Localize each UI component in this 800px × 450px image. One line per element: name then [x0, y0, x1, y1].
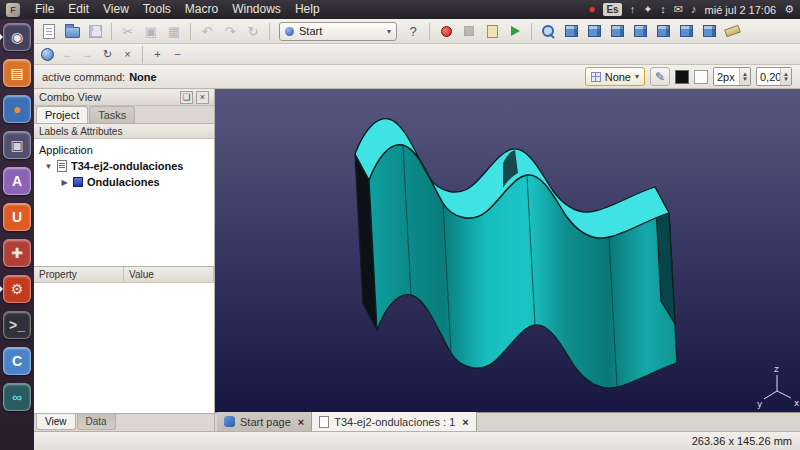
menu-file[interactable]: File: [28, 0, 61, 19]
text-scale-spinbox[interactable]: 0,20 ▲▼: [756, 67, 792, 86]
menu-edit[interactable]: Edit: [61, 0, 96, 19]
3d-viewport[interactable]: z y x Start page × T34-ej2-ondulaciones …: [215, 89, 800, 431]
expander-closed-icon[interactable]: ▶: [60, 178, 69, 187]
menu-tools[interactable]: Tools: [136, 0, 178, 19]
set-style-button[interactable]: ✎: [650, 67, 670, 86]
cube-left-icon: [703, 25, 716, 37]
start-page-icon: [224, 416, 235, 427]
face-color-swatch[interactable]: [694, 70, 708, 84]
launcher-item-freecad[interactable]: ⚙: [0, 274, 34, 304]
sync-icon[interactable]: ↑: [630, 0, 636, 19]
firefox-icon: ●: [3, 95, 31, 123]
view-top-button[interactable]: [606, 21, 628, 42]
chromium-icon: C: [3, 347, 31, 375]
property-column-header: Property: [34, 267, 124, 282]
menu-view[interactable]: View: [96, 0, 136, 19]
save-button[interactable]: [84, 21, 106, 42]
undock-button[interactable]: ❏: [180, 91, 193, 104]
launcher-item-ubuntu-one[interactable]: U: [0, 202, 34, 232]
tree-item-feature[interactable]: ▶ Ondulaciones: [34, 174, 214, 190]
whats-this-button[interactable]: ?: [402, 21, 424, 42]
volume-icon[interactable]: ♪: [691, 0, 697, 19]
view-axonometric-button[interactable]: [560, 21, 582, 42]
menu-help[interactable]: Help: [288, 0, 327, 19]
launcher-item-dash[interactable]: ◉: [0, 22, 34, 52]
keyboard-layout-indicator[interactable]: Es: [603, 3, 621, 16]
copy-button[interactable]: ▣: [140, 21, 162, 42]
fit-all-button[interactable]: [537, 21, 559, 42]
cut-button[interactable]: ✂: [117, 21, 139, 42]
zoom-out-button[interactable]: −: [168, 46, 187, 63]
redo-button[interactable]: ↷: [219, 21, 241, 42]
undo-button[interactable]: ↶: [196, 21, 218, 42]
tab-data-properties[interactable]: Data: [77, 414, 116, 430]
line-width-value: 2px: [717, 71, 739, 83]
active-command-label: active command:: [42, 71, 125, 83]
tree-item-document[interactable]: ▼ T34-ej2-ondulaciones: [34, 158, 214, 174]
launcher-item-firefox[interactable]: ●: [0, 94, 34, 124]
new-document-button[interactable]: [38, 21, 60, 42]
layer-button[interactable]: None ▾: [585, 67, 645, 86]
combo-view-titlebar[interactable]: Combo View ❏ ×: [34, 89, 214, 106]
launcher-item-files[interactable]: ▤: [0, 58, 34, 88]
menu-windows[interactable]: Windows: [225, 0, 288, 19]
tab-tasks[interactable]: Tasks: [89, 106, 135, 123]
tree-item-application[interactable]: Application: [34, 142, 214, 158]
open-document-button[interactable]: [61, 21, 83, 42]
save-icon: [89, 25, 102, 38]
launcher-item-libreoffice[interactable]: A: [0, 166, 34, 196]
launcher-item-terminal[interactable]: >_: [0, 310, 34, 340]
bluetooth-icon[interactable]: ✦: [643, 0, 652, 19]
view-bottom-button[interactable]: [675, 21, 697, 42]
macro-stop-button[interactable]: [458, 21, 480, 42]
close-tab-icon[interactable]: ×: [298, 416, 304, 428]
spinner-arrows-icon[interactable]: ▲▼: [780, 68, 791, 85]
workbench-selector[interactable]: Start ▾: [279, 22, 397, 41]
line-width-spinbox[interactable]: 2px ▲▼: [713, 67, 751, 86]
measure-button[interactable]: [721, 21, 743, 42]
view-rear-button[interactable]: [652, 21, 674, 42]
view-left-button[interactable]: [698, 21, 720, 42]
tab-start-page[interactable]: Start page ×: [217, 412, 312, 431]
refresh-button[interactable]: ↻: [242, 21, 264, 42]
files-icon: ▤: [3, 59, 31, 87]
macro-record-button[interactable]: [435, 21, 457, 42]
close-panel-button[interactable]: ×: [196, 91, 209, 104]
recording-indicator-icon[interactable]: ●: [588, 0, 595, 19]
mail-icon[interactable]: ✉: [674, 0, 683, 19]
zoom-in-button[interactable]: +: [148, 46, 167, 63]
launcher-item-chromium[interactable]: C: [0, 346, 34, 376]
view-front-button[interactable]: [583, 21, 605, 42]
close-tab-icon[interactable]: ×: [462, 416, 468, 428]
clock[interactable]: mié jul 2 17:06: [705, 4, 777, 16]
launcher-item-media[interactable]: ▣: [0, 130, 34, 160]
nav-stop-button[interactable]: ×: [118, 46, 137, 63]
axis-y-label: y: [757, 399, 763, 409]
3d-scene[interactable]: z y x: [215, 89, 800, 431]
view-right-button[interactable]: [629, 21, 651, 42]
nav-back-button[interactable]: ←: [58, 46, 77, 63]
tab-view-properties[interactable]: View: [36, 414, 76, 430]
desktop: F File Edit View Tools Macro Windows Hel…: [0, 0, 800, 450]
macro-edit-button[interactable]: [481, 21, 503, 42]
expander-open-icon[interactable]: ▼: [44, 162, 53, 171]
line-color-swatch[interactable]: [675, 70, 689, 84]
nav-refresh-button[interactable]: ↻: [98, 46, 117, 63]
launcher-item-workflow[interactable]: ∞: [0, 382, 34, 412]
property-table-body[interactable]: [34, 283, 214, 414]
tab-project[interactable]: Project: [36, 106, 88, 123]
spinner-arrows-icon[interactable]: ▲▼: [739, 68, 750, 85]
chevron-down-icon: ▾: [635, 72, 639, 81]
freecad-app-icon[interactable]: F: [6, 3, 20, 17]
menu-macro[interactable]: Macro: [178, 0, 225, 19]
macro-play-button[interactable]: [504, 21, 526, 42]
brush-icon: ✎: [655, 70, 665, 84]
paste-button[interactable]: ▦: [163, 21, 185, 42]
tab-document-view[interactable]: T34-ej2-ondulaciones : 1 ×: [312, 412, 477, 431]
launcher-item-settings[interactable]: ✚: [0, 238, 34, 268]
document-view-icon: [319, 416, 329, 428]
web-home-button[interactable]: [38, 46, 57, 63]
nav-forward-button[interactable]: →: [78, 46, 97, 63]
session-menu-icon[interactable]: ⚙: [784, 0, 794, 19]
network-icon[interactable]: ↕: [660, 0, 666, 19]
